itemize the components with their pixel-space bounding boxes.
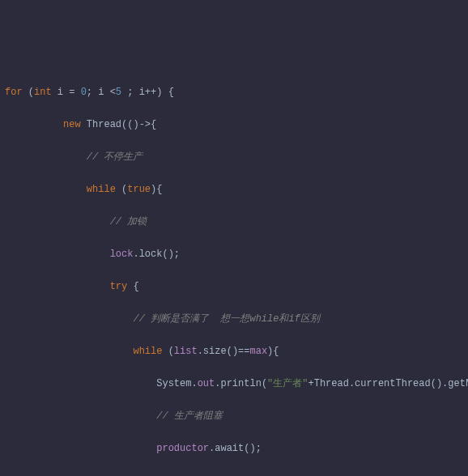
comment: // 加锁 xyxy=(110,216,147,227)
text: .println( xyxy=(215,378,267,389)
text: ; i++) { xyxy=(121,87,174,98)
code-line: System.out.println("生产者"+Thread.currentT… xyxy=(5,376,468,392)
keyword-new: new xyxy=(63,119,81,130)
text: ){ xyxy=(151,184,162,195)
keyword-true: true xyxy=(127,184,151,195)
field-max: max xyxy=(249,346,267,357)
keyword-int: int xyxy=(34,87,52,98)
code-line: // 加锁 xyxy=(5,214,468,230)
code-line: // 不停生产 xyxy=(5,149,468,165)
comment: // 判断是否满了 想一想while和if区别 xyxy=(133,313,319,325)
text: ){ xyxy=(267,346,279,357)
code-line: try { xyxy=(5,278,468,295)
keyword-while: while xyxy=(87,184,116,195)
string: "生产者" xyxy=(267,378,308,389)
text: ( xyxy=(116,184,127,195)
keyword-while: while xyxy=(133,346,162,357)
code-line: for (int i = 0; i <5 ; i++) { xyxy=(5,84,468,100)
field-productor: productor xyxy=(156,443,209,454)
text: System. xyxy=(156,378,197,389)
text: .size()== xyxy=(198,346,250,357)
number: 5 xyxy=(116,87,121,98)
field-lock: lock xyxy=(110,249,134,260)
text: Thread(()->{ xyxy=(81,119,157,130)
text: ( xyxy=(162,346,173,357)
field-out: out xyxy=(198,378,215,389)
comment: // 生产者阻塞 xyxy=(156,410,223,422)
code-editor: for (int i = 0; i <5 ; i++) { new Thread… xyxy=(5,68,468,476)
comment: // 不停生产 xyxy=(87,151,143,163)
code-line: new Thread(()->{ xyxy=(5,117,468,133)
code-line: // 判断是否满了 想一想while和if区别 xyxy=(5,311,468,327)
text: +Thread.currentThread().getName( xyxy=(308,378,468,389)
text: ; i < xyxy=(87,87,116,98)
code-line: // 生产者阻塞 xyxy=(5,408,468,424)
code-line: productor.await(); xyxy=(5,440,468,457)
code-line: while (list.size()==max){ xyxy=(5,343,468,359)
keyword-try: try xyxy=(110,281,128,292)
method-call: .lock(); xyxy=(133,249,180,260)
number: 0 xyxy=(81,87,87,98)
text: .await(); xyxy=(209,443,262,454)
code-line: lock.lock(); xyxy=(5,246,468,262)
code-line: } xyxy=(5,473,468,476)
field-list: list xyxy=(174,346,198,357)
text: { xyxy=(127,281,138,292)
ident: i = xyxy=(52,87,81,98)
keyword-for: for xyxy=(5,87,23,98)
code-line: while (true){ xyxy=(5,181,468,198)
